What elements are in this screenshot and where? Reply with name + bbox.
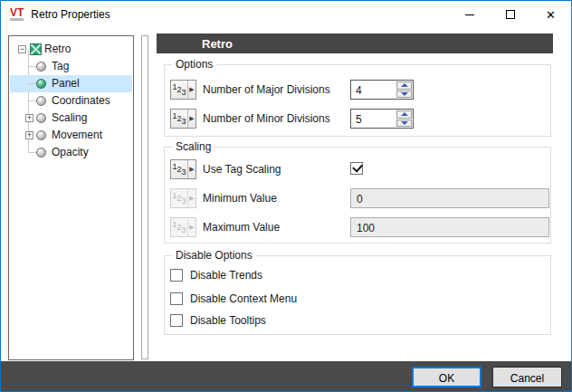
gray-circle-icon xyxy=(36,96,46,106)
minor-divisions-spinner[interactable]: 5 xyxy=(350,109,414,129)
numeric-123-icon: 123 xyxy=(171,110,188,128)
spin-buttons xyxy=(396,81,413,99)
numeric-binding-button-disabled: 123 ▶ xyxy=(170,217,196,237)
disable-tooltips-checkbox[interactable] xyxy=(170,314,183,327)
up-arrow-icon xyxy=(401,112,408,116)
disable-context-menu-label: Disable Context Menu xyxy=(190,292,297,305)
gray-circle-icon xyxy=(36,148,46,158)
minimum-value-row: 123 ▶ Minimum Value 0 xyxy=(165,188,550,208)
tree-item-coordinates[interactable]: Coordinates xyxy=(10,92,132,110)
tree-item-label: Panel xyxy=(52,77,80,90)
major-divisions-label: Number of Major Divisions xyxy=(203,83,330,96)
caption-buttons: ✕ xyxy=(449,1,571,28)
major-divisions-spinner[interactable]: 4 xyxy=(350,80,414,100)
expander-plus-icon[interactable]: + xyxy=(25,114,33,122)
footer-bar: OK Cancel xyxy=(1,361,571,391)
tree-item-label: Tag xyxy=(52,60,69,72)
minimum-value-field: 0 xyxy=(350,188,549,208)
disable-context-menu-checkbox[interactable] xyxy=(170,292,183,305)
numeric-123-icon: 123 xyxy=(171,189,188,207)
tree-item-panel[interactable]: Panel xyxy=(10,75,132,92)
gray-circle-icon xyxy=(36,113,46,123)
group-legend: Options xyxy=(172,58,216,71)
down-arrow-icon xyxy=(401,121,408,125)
use-tag-scaling-row: 123 ▶ Use Tag Scaling xyxy=(165,159,550,179)
tree-item-label: Opacity xyxy=(52,146,89,158)
spin-up-button[interactable] xyxy=(396,81,412,90)
green-circle-icon xyxy=(36,79,46,89)
tree-item-retro[interactable]: − Retro xyxy=(10,41,132,58)
spin-up-button[interactable] xyxy=(396,110,412,119)
disable-trends-label: Disable Trends xyxy=(190,269,262,282)
maximize-icon xyxy=(506,10,515,19)
group-legend: Disable Options xyxy=(172,249,256,262)
minimize-button[interactable] xyxy=(449,1,490,28)
tree-item-label: Scaling xyxy=(52,111,87,124)
maximum-value-label: Maximum Value xyxy=(203,221,280,234)
vt-logo-icon: VT xyxy=(10,8,24,21)
expander-minus-icon[interactable]: − xyxy=(18,45,26,53)
gray-circle-icon xyxy=(36,130,46,140)
disable-trends-row: Disable Trends xyxy=(170,267,262,283)
spin-buttons xyxy=(396,110,413,128)
use-tag-scaling-checkbox[interactable] xyxy=(350,162,363,175)
retro-properties-dialog: VT Retro Properties ✕ − Retro Tag xyxy=(0,0,572,392)
tree-item-tag[interactable]: Tag xyxy=(10,58,132,75)
minimum-value-label: Minimum Value xyxy=(203,192,277,205)
close-icon: ✕ xyxy=(546,9,556,21)
numeric-binding-button[interactable]: 123 ▶ xyxy=(170,159,196,179)
spin-down-button[interactable] xyxy=(396,91,412,99)
property-tree: − Retro Tag Panel Coordinates + Scaling … xyxy=(8,35,134,360)
panel-header: Retro xyxy=(157,33,553,53)
flyout-arrow-icon: ▶ xyxy=(188,195,195,202)
flyout-arrow-icon: ▶ xyxy=(188,86,195,93)
tree-panel-splitter[interactable] xyxy=(141,35,148,359)
disable-context-menu-row: Disable Context Menu xyxy=(170,291,297,307)
tree-item-scaling[interactable]: + Scaling xyxy=(10,110,132,127)
maximum-value-row: 123 ▶ Maximum Value 100 xyxy=(165,217,550,237)
minimize-icon xyxy=(465,14,474,15)
minor-divisions-label: Number of Minor Divisions xyxy=(203,112,330,125)
spin-down-button[interactable] xyxy=(396,120,412,128)
disable-tooltips-label: Disable Tooltips xyxy=(190,314,266,327)
major-divisions-row: 123 ▶ Number of Major Divisions 4 xyxy=(165,80,550,100)
down-arrow-icon xyxy=(401,92,408,96)
window-title: Retro Properties xyxy=(31,8,110,21)
expander-plus-icon[interactable]: + xyxy=(25,131,33,139)
up-arrow-icon xyxy=(401,83,408,87)
disable-trends-checkbox[interactable] xyxy=(170,269,183,282)
widget-icon xyxy=(30,43,42,55)
scaling-group: Scaling 123 ▶ Use Tag Scaling 123 ▶ Mini… xyxy=(164,147,551,244)
disable-options-group: Disable Options Disable Trends Disable C… xyxy=(164,255,551,335)
flyout-arrow-icon: ▶ xyxy=(188,224,195,231)
options-group: Options 123 ▶ Number of Major Divisions … xyxy=(164,64,551,137)
numeric-binding-button-disabled: 123 ▶ xyxy=(170,188,196,208)
tree-item-label: Movement xyxy=(52,129,102,141)
group-legend: Scaling xyxy=(172,140,214,153)
numeric-123-icon: 123 xyxy=(171,218,188,236)
spinner-value[interactable]: 5 xyxy=(351,110,396,128)
disable-tooltips-row: Disable Tooltips xyxy=(170,312,266,329)
numeric-binding-button[interactable]: 123 ▶ xyxy=(170,80,196,100)
numeric-123-icon: 123 xyxy=(171,81,188,99)
numeric-binding-button[interactable]: 123 ▶ xyxy=(170,109,196,129)
flyout-arrow-icon: ▶ xyxy=(188,166,195,173)
tree-item-movement[interactable]: + Movement xyxy=(10,127,132,144)
spinner-value[interactable]: 4 xyxy=(351,81,396,99)
flyout-arrow-icon: ▶ xyxy=(188,115,195,122)
maximum-value-field: 100 xyxy=(350,217,549,237)
minor-divisions-row: 123 ▶ Number of Minor Divisions 5 xyxy=(165,109,550,129)
close-button[interactable]: ✕ xyxy=(530,1,571,28)
tree-item-opacity[interactable]: Opacity xyxy=(10,144,132,161)
cancel-button[interactable]: Cancel xyxy=(492,367,562,387)
maximize-button[interactable] xyxy=(490,1,530,28)
panel-title: Retro xyxy=(202,37,233,51)
title-bar: VT Retro Properties ✕ xyxy=(1,1,571,28)
tree-item-label: Coordinates xyxy=(52,94,110,107)
use-tag-scaling-label: Use Tag Scaling xyxy=(203,163,281,176)
ok-button[interactable]: OK xyxy=(412,367,481,387)
gray-circle-icon xyxy=(36,62,46,72)
tree-item-label: Retro xyxy=(44,43,71,55)
numeric-123-icon: 123 xyxy=(171,160,188,178)
